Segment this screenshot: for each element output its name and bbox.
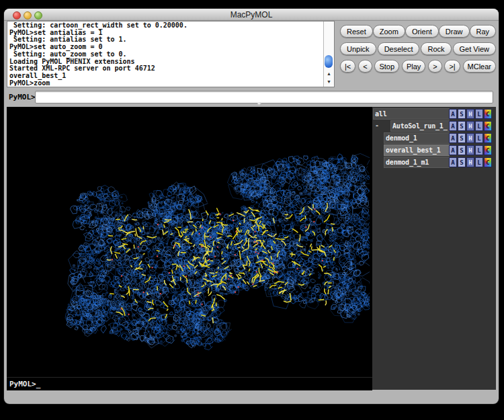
color-menu-button[interactable]: C [484, 109, 492, 119]
show-menu-button[interactable]: S [458, 109, 466, 119]
object-control-panel: allASHLC-AutoSol_run_1_ASHLCdenmod_1ASHL… [372, 107, 496, 390]
mclear-button[interactable]: MClear [463, 60, 496, 73]
color-menu-button[interactable]: C [484, 121, 492, 131]
ashlc-button-group: ASHLC [449, 157, 492, 167]
command-prompt-label: PyMOL> [9, 93, 36, 101]
ashlc-button-group: ASHLC [449, 121, 492, 131]
label-menu-button[interactable]: L [475, 109, 483, 119]
console-log[interactable]: Setting: cartoon_rect_width set to 0.200… [7, 21, 335, 87]
draw-button[interactable]: Draw [439, 25, 470, 38]
reset-button[interactable]: Reset [340, 25, 373, 38]
movie-last-button[interactable]: >| [444, 60, 460, 73]
deselect-button[interactable]: Deselect [378, 42, 420, 55]
ray-button[interactable]: Ray [470, 25, 497, 38]
action-menu-button[interactable]: A [449, 133, 457, 143]
movie-first-button[interactable]: |< [340, 60, 355, 73]
object-list: allASHLC-AutoSol_run_1_ASHLCdenmod_1ASHL… [372, 108, 496, 169]
ashlc-button-group: ASHLC [449, 109, 492, 119]
collapse-toggle-icon[interactable]: - [375, 122, 379, 129]
label-menu-button[interactable]: L [475, 121, 483, 131]
label-menu-button[interactable]: L [475, 145, 483, 155]
viewport-prompt: PyMOL>_ [9, 380, 40, 388]
console-scrollbar[interactable]: ▲ ▼ [323, 22, 334, 87]
hide-menu-button[interactable]: H [466, 121, 474, 131]
viewport-3d[interactable]: allASHLC-AutoSol_run_1_ASHLCdenmod_1ASHL… [7, 107, 496, 390]
action-menu-button[interactable]: A [449, 145, 457, 155]
ashlc-button-group: ASHLC [449, 145, 492, 155]
rock-button[interactable]: Rock [421, 42, 451, 55]
command-input[interactable] [35, 91, 493, 103]
color-menu-button[interactable]: C [484, 157, 492, 167]
hide-menu-button[interactable]: H [466, 157, 474, 167]
movie-back-button[interactable]: < [358, 60, 372, 73]
console-text: Setting: cartoon_rect_width set to 0.200… [9, 22, 323, 86]
object-row-overall-best-1[interactable]: overall_best_1ASHLC [372, 144, 496, 156]
movie-play-button[interactable]: Play [402, 60, 425, 73]
object-row-autosol-run-1[interactable]: -AutoSol_run_1_ASHLC [372, 120, 496, 132]
toolbar-row-2: UnpickDeselectRockGet View [340, 42, 496, 56]
density-mesh-canvas[interactable] [7, 107, 370, 390]
viewport-prompt-bar[interactable]: PyMOL>_ [7, 377, 372, 390]
color-menu-button[interactable]: C [484, 145, 492, 155]
show-menu-button[interactable]: S [458, 145, 466, 155]
object-name-label[interactable]: AutoSol_run_1_ [390, 120, 450, 132]
movie-forward-button[interactable]: > [428, 60, 442, 73]
label-menu-button[interactable]: L [475, 157, 483, 167]
scrollbar-thumb[interactable] [325, 55, 333, 68]
action-menu-button[interactable]: A [449, 109, 457, 119]
object-name-label[interactable]: denmod_1_m1 [384, 157, 450, 168]
get-view-button[interactable]: Get View [453, 42, 496, 55]
color-menu-button[interactable]: C [484, 133, 492, 143]
ashlc-button-group: ASHLC [449, 133, 492, 143]
object-row-denmod-1[interactable]: denmod_1ASHLC [372, 132, 496, 144]
action-menu-button[interactable]: A [449, 121, 457, 131]
macpymol-window: MacPyMOL Setting: cartoon_rect_width set… [4, 9, 499, 404]
object-row-denmod-1-m1[interactable]: denmod_1_m1ASHLC [372, 157, 496, 168]
action-menu-button[interactable]: A [449, 157, 457, 167]
object-row-all[interactable]: allASHLC [372, 108, 496, 120]
toolbar-row-3: |<<StopPlay>>|MClear [340, 59, 496, 73]
hide-menu-button[interactable]: H [466, 109, 474, 119]
show-menu-button[interactable]: S [458, 121, 466, 131]
object-name-label[interactable]: denmod_1 [384, 132, 450, 144]
zoom-button[interactable]: Zoom [373, 25, 405, 38]
hide-menu-button[interactable]: H [466, 133, 474, 143]
toolbar-row-1: ResetZoomOrientDrawRay [340, 24, 496, 38]
orient-button[interactable]: Orient [405, 25, 439, 38]
splitter-dimple[interactable] [257, 102, 261, 106]
show-menu-button[interactable]: S [458, 133, 466, 143]
label-menu-button[interactable]: L [475, 133, 483, 143]
show-menu-button[interactable]: S [458, 157, 466, 167]
object-name-label[interactable]: all [373, 108, 450, 120]
movie-stop-button[interactable]: Stop [374, 60, 399, 73]
scroll-up-arrow-icon[interactable]: ▲ [324, 70, 334, 78]
object-name-label[interactable]: overall_best_1 [384, 144, 450, 156]
hide-menu-button[interactable]: H [466, 145, 474, 155]
scroll-down-arrow-icon[interactable]: ▼ [324, 78, 334, 86]
title-bar[interactable]: MacPyMOL [4, 9, 499, 21]
window-title: MacPyMOL [4, 10, 499, 19]
unpick-button[interactable]: Unpick [340, 42, 376, 55]
